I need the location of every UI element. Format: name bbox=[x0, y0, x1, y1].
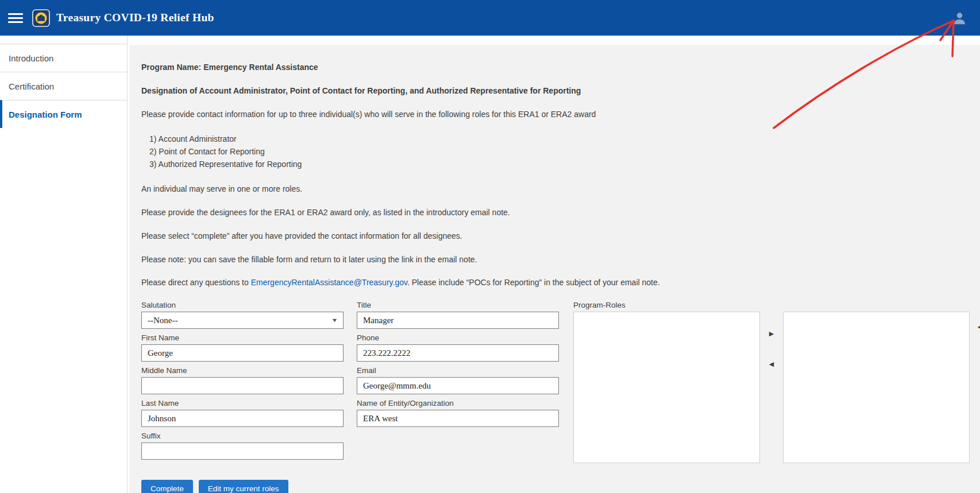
title-label: Title bbox=[357, 301, 559, 309]
treasury-logo-icon bbox=[32, 9, 50, 27]
phone-label: Phone bbox=[357, 333, 559, 342]
suffix-input[interactable] bbox=[141, 442, 344, 460]
entity-label: Name of Entity/Organization bbox=[357, 399, 559, 407]
app-title: Treasury COVID-19 Relief Hub bbox=[56, 11, 214, 24]
move-left-icon[interactable]: ◀ bbox=[768, 359, 775, 369]
program-roles-section: Program-Roles ▶ ◀ bbox=[573, 301, 970, 464]
sidebar-item-label: Introduction bbox=[9, 53, 53, 63]
menu-icon[interactable] bbox=[8, 13, 23, 23]
role-item: 3) Authorized Representative for Reporti… bbox=[149, 158, 971, 170]
support-email-link[interactable]: EmergencyRentalAssistance@Treasury.gov bbox=[251, 278, 407, 287]
note-save-text: Please note: you can save the fillable f… bbox=[141, 254, 971, 265]
sidebar-item-certification[interactable]: Certification bbox=[0, 72, 127, 100]
roles-list: 1) Account Administrator 2) Point of Con… bbox=[149, 133, 971, 171]
designation-form-panel: Program Name: Emergency Rental Assistanc… bbox=[129, 45, 980, 493]
sidebar-item-introduction[interactable]: Introduction bbox=[0, 44, 127, 72]
salutation-value: --None-- bbox=[148, 316, 178, 325]
suffix-label: Suffix bbox=[141, 432, 344, 440]
questions-text: Please direct any questions to Emergency… bbox=[141, 277, 971, 288]
sidebar-item-label: Certification bbox=[9, 81, 54, 91]
middle-name-label: Middle Name bbox=[141, 366, 344, 375]
reorder-arrow-icon[interactable]: ◀ bbox=[978, 323, 980, 331]
program-name-text: Program Name: Emergency Rental Assistanc… bbox=[141, 62, 971, 73]
move-right-icon[interactable]: ▶ bbox=[768, 329, 775, 339]
sidebar-nav: Introduction Certification Designation F… bbox=[0, 36, 128, 493]
role-item: 1) Account Administrator bbox=[149, 133, 971, 145]
salutation-label: Salutation bbox=[141, 301, 344, 309]
contact-form: Salutation --None-- ▼ First Name Middle … bbox=[141, 301, 971, 464]
sidebar-item-label: Designation Form bbox=[9, 110, 82, 119]
program-roles-picker: ▶ ◀ bbox=[573, 312, 970, 463]
last-name-input[interactable] bbox=[141, 410, 344, 427]
user-avatar-icon[interactable] bbox=[952, 10, 967, 26]
program-roles-selected-list[interactable] bbox=[783, 312, 970, 463]
first-name-label: First Name bbox=[141, 333, 344, 342]
entity-input[interactable] bbox=[357, 410, 559, 427]
action-buttons: Complete Edit my current roles bbox=[141, 480, 971, 493]
middle-name-input[interactable] bbox=[141, 377, 344, 394]
picker-arrows: ▶ ◀ bbox=[760, 312, 783, 463]
note-roles-text: An individual may serve in one or more r… bbox=[141, 184, 971, 195]
last-name-label: Last Name bbox=[141, 399, 344, 407]
top-bar: Treasury COVID-19 Relief Hub bbox=[0, 0, 980, 36]
questions-suffix: . Please include “POCs for Reporting” in… bbox=[407, 278, 660, 287]
sidebar-item-designation-form[interactable]: Designation Form bbox=[0, 100, 127, 128]
program-roles-available-list[interactable] bbox=[573, 312, 760, 463]
main-area: Program Name: Emergency Rental Assistanc… bbox=[128, 36, 980, 493]
email-label: Email bbox=[357, 366, 559, 375]
phone-input[interactable] bbox=[357, 344, 559, 362]
email-input[interactable] bbox=[357, 377, 559, 394]
designation-heading: Designation of Account Administrator, Po… bbox=[141, 86, 971, 96]
title-input[interactable] bbox=[357, 312, 559, 329]
role-item: 2) Point of Contact for Reporting bbox=[149, 145, 971, 158]
form-col-1: Salutation --None-- ▼ First Name Middle … bbox=[141, 301, 344, 464]
form-col-2: Title Phone Email Name of Entity/Organiz… bbox=[357, 301, 559, 464]
note-complete-text: Please select “complete” after you have … bbox=[141, 231, 971, 242]
program-roles-label: Program-Roles bbox=[573, 301, 970, 309]
intro-text: Please provide contact information for u… bbox=[141, 109, 971, 120]
questions-prefix: Please direct any questions to bbox=[141, 278, 251, 287]
complete-button[interactable]: Complete bbox=[141, 480, 193, 493]
edit-roles-button[interactable]: Edit my current roles bbox=[199, 480, 288, 493]
note-designees-text: Please provide the designees for the ERA… bbox=[141, 207, 971, 218]
chevron-down-icon: ▼ bbox=[331, 317, 338, 323]
first-name-input[interactable] bbox=[141, 344, 344, 362]
salutation-select[interactable]: --None-- ▼ bbox=[141, 312, 344, 329]
